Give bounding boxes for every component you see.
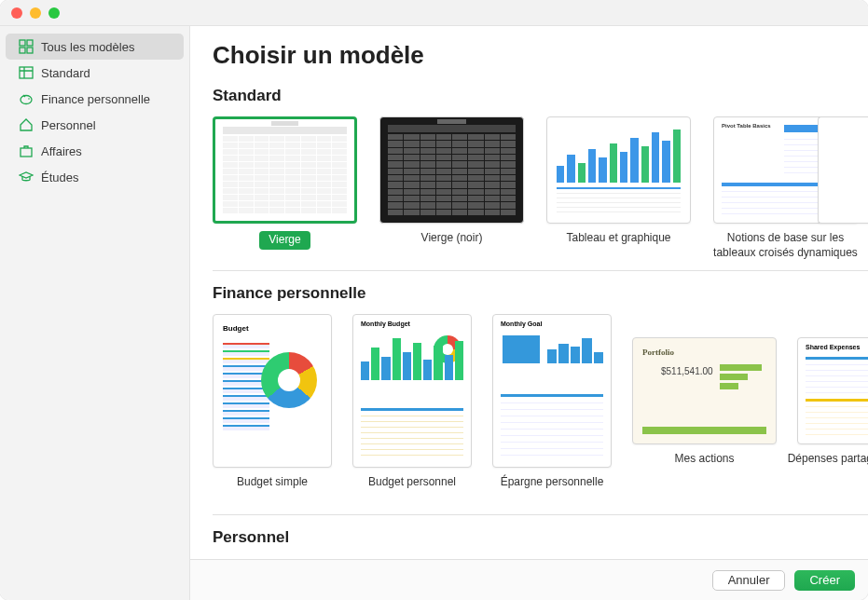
template-thumbnail	[213, 116, 357, 224]
svg-rect-0	[20, 40, 25, 46]
svg-rect-3	[27, 48, 33, 53]
home-icon	[19, 117, 34, 132]
template-thumbnail: Monthly Budget	[352, 314, 472, 468]
template-label: Vierge	[259, 231, 310, 250]
template-blank-dark[interactable]: Vierge (noir)	[379, 116, 524, 261]
window-body: Tous les modèles Standard Finance person…	[0, 26, 868, 600]
template-thumbnail: Budget	[213, 314, 332, 468]
section-header-standard: Standard	[213, 87, 868, 105]
table-icon	[19, 65, 34, 80]
sidebar-item-label: Standard	[41, 66, 90, 80]
template-label: Notions de base sur les tableaux croisés…	[713, 231, 858, 261]
thumb-inner-title: Portfolio	[642, 348, 674, 357]
template-label: Budget personnel	[368, 475, 456, 505]
window-controls	[11, 7, 60, 19]
sidebar-item-label: Affaires	[41, 144, 82, 158]
footer: Annuler Créer	[190, 559, 868, 600]
template-row-standard: Vierge Vierge (noir)	[213, 116, 868, 261]
section-header-personnel: Personnel	[213, 514, 868, 547]
sidebar: Tous les modèles Standard Finance person…	[0, 26, 190, 600]
thumb-amount: $511,541.00	[661, 366, 713, 376]
template-row-finance: Budget Budget simple Monthly Budget	[213, 314, 868, 505]
sidebar-item-all-templates[interactable]: Tous les modèles	[6, 34, 184, 60]
sidebar-item-label: Études	[41, 170, 78, 184]
titlebar	[0, 0, 868, 26]
template-thumbnail: Shared Expenses	[797, 337, 868, 444]
svg-point-7	[21, 96, 32, 104]
thumb-inner-title: Shared Expenses	[806, 344, 860, 350]
close-window-button[interactable]	[11, 7, 22, 19]
template-thumbnail: Portfolio $511,541.00	[632, 337, 777, 444]
template-label: Dépenses partagées	[788, 452, 868, 482]
template-personal-savings[interactable]: Monthly Goal Épargne personnelle	[492, 314, 612, 505]
template-label: Vierge (noir)	[421, 231, 483, 261]
content-scroll[interactable]: Choisir un modèle Standard Vierge	[190, 26, 868, 559]
template-table-chart[interactable]: Tableau et graphique	[546, 116, 691, 261]
template-thumbnail	[818, 116, 869, 224]
piggy-bank-icon	[19, 91, 34, 106]
sidebar-item-label: Finance personnelle	[41, 92, 150, 106]
template-label: Épargne personnelle	[501, 475, 604, 505]
thumb-inner-title: Pivot Table Basics	[722, 123, 771, 129]
sidebar-item-label: Personnel	[41, 118, 96, 132]
template-personal-budget[interactable]: Monthly Budget Budget personnel	[352, 314, 472, 505]
svg-rect-9	[21, 148, 32, 157]
main-area: Choisir un modèle Standard Vierge	[190, 26, 868, 600]
template-thumbnail	[379, 116, 524, 224]
sidebar-item-education[interactable]: Études	[6, 164, 184, 190]
minimize-window-button[interactable]	[30, 7, 41, 19]
thumb-inner-title: Monthly Goal	[501, 320, 542, 327]
create-button[interactable]: Créer	[794, 570, 855, 591]
template-simple-budget[interactable]: Budget Budget simple	[213, 314, 332, 505]
thumb-inner-title: Budget	[223, 324, 249, 333]
section-header-finance: Finance personnelle	[213, 270, 868, 303]
template-label: Tableau et graphique	[566, 231, 670, 261]
zoom-window-button[interactable]	[48, 7, 60, 19]
sidebar-item-personal[interactable]: Personnel	[6, 112, 184, 138]
template-portfolio[interactable]: Portfolio $511,541.00 Mes actions	[632, 314, 777, 505]
template-label: Budget simple	[237, 475, 308, 505]
sidebar-item-label: Tous les modèles	[41, 40, 134, 54]
template-thumbnail: Monthly Goal	[492, 314, 612, 468]
template-blank[interactable]: Vierge	[213, 116, 357, 261]
template-chooser-window: Tous les modèles Standard Finance person…	[0, 0, 868, 600]
sidebar-item-business[interactable]: Affaires	[6, 138, 184, 164]
briefcase-icon	[19, 143, 34, 158]
svg-rect-4	[20, 67, 33, 78]
template-label: Mes actions	[674, 452, 734, 482]
thumb-inner-title: Monthly Budget	[361, 320, 410, 327]
sidebar-item-standard[interactable]: Standard	[6, 60, 184, 86]
svg-point-8	[28, 98, 30, 100]
sidebar-item-finance[interactable]: Finance personnelle	[6, 86, 184, 112]
cancel-button[interactable]: Annuler	[712, 570, 786, 591]
grid-icon	[19, 39, 34, 54]
svg-rect-2	[20, 48, 25, 53]
template-shared-expenses[interactable]: Shared Expenses Dépenses partagées	[797, 314, 868, 505]
graduation-cap-icon	[19, 170, 34, 184]
svg-rect-1	[27, 40, 33, 46]
template-thumbnail	[546, 116, 691, 224]
page-title: Choisir un modèle	[213, 41, 868, 70]
